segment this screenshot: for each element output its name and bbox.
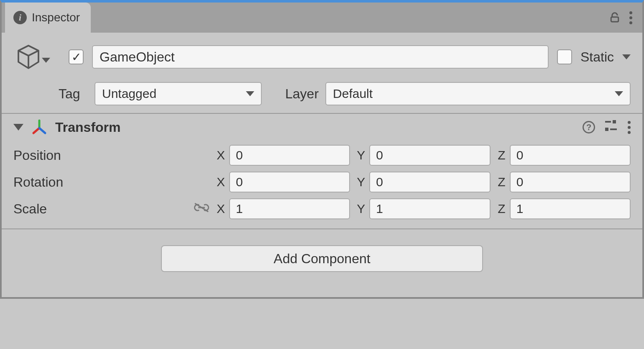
layer-label: Layer xyxy=(285,86,319,102)
lock-icon[interactable] xyxy=(608,11,621,24)
axis-x-label[interactable]: X xyxy=(214,202,225,216)
scale-label: Scale xyxy=(13,201,189,217)
layer-dropdown[interactable]: Default xyxy=(325,82,631,105)
foldout-arrow-icon[interactable] xyxy=(13,124,23,131)
icon-dropdown-arrow[interactable] xyxy=(42,63,50,76)
tag-value: Untagged xyxy=(102,87,156,101)
svg-rect-4 xyxy=(605,121,611,123)
rotation-row: Rotation X0 Y0 Z0 xyxy=(13,172,631,192)
preset-icon[interactable] xyxy=(605,120,618,135)
scale-y-input[interactable]: 1 xyxy=(369,198,490,219)
position-x-input[interactable]: 0 xyxy=(229,145,350,166)
scale-x-input[interactable]: 1 xyxy=(229,198,350,219)
axis-z-label[interactable]: Z xyxy=(495,148,506,162)
svg-line-3 xyxy=(39,128,45,133)
position-y-input[interactable]: 0 xyxy=(369,145,490,166)
panel-menu-icon[interactable] xyxy=(629,11,632,24)
tab-bar: i Inspector xyxy=(2,3,642,33)
axis-x-label[interactable]: X xyxy=(214,175,225,189)
transform-title: Transform xyxy=(55,120,120,135)
component-menu-icon[interactable] xyxy=(628,121,631,134)
axis-y-label[interactable]: Y xyxy=(354,148,365,162)
gameobject-name-input[interactable]: GameObject xyxy=(92,45,549,69)
svg-rect-5 xyxy=(613,120,616,123)
svg-rect-6 xyxy=(605,128,608,131)
rotation-label: Rotation xyxy=(13,174,189,190)
static-checkbox[interactable] xyxy=(557,49,572,64)
dropdown-arrow-icon xyxy=(246,91,254,96)
tab-title: Inspector xyxy=(32,11,80,24)
active-checkbox[interactable] xyxy=(69,49,84,64)
axis-x-label[interactable]: X xyxy=(214,148,225,162)
axis-y-label[interactable]: Y xyxy=(354,175,365,189)
help-icon[interactable]: ? xyxy=(583,121,595,133)
axis-y-label[interactable]: Y xyxy=(354,202,365,216)
add-component-area: Add Component xyxy=(2,229,642,297)
tag-label: Tag xyxy=(59,86,88,102)
axis-z-label[interactable]: Z xyxy=(495,202,506,216)
scale-z-input[interactable]: 1 xyxy=(510,198,631,219)
gameobject-header: GameObject Static Tag Untagged Layer Def… xyxy=(2,33,642,113)
position-label: Position xyxy=(13,148,189,163)
rotation-y-input[interactable]: 0 xyxy=(369,172,490,192)
svg-rect-0 xyxy=(611,17,618,22)
tag-dropdown[interactable]: Untagged xyxy=(95,82,262,105)
inspector-panel: i Inspector xyxy=(0,0,644,299)
scale-row: Scale X1 Y1 Z1 xyxy=(13,198,631,219)
add-component-button[interactable]: Add Component xyxy=(161,245,483,272)
axis-z-label[interactable]: Z xyxy=(495,175,506,189)
position-row: Position X0 Y0 Z0 xyxy=(13,145,631,166)
gameobject-icon[interactable] xyxy=(13,42,43,72)
static-dropdown-arrow[interactable] xyxy=(622,54,631,59)
layer-value: Default xyxy=(333,87,373,101)
svg-rect-7 xyxy=(610,128,617,130)
transform-icon xyxy=(31,119,48,136)
dropdown-arrow-icon xyxy=(615,91,623,96)
constrain-proportions-icon[interactable] xyxy=(193,202,210,216)
rotation-x-input[interactable]: 0 xyxy=(229,172,350,192)
inspector-tab[interactable]: i Inspector xyxy=(5,3,91,33)
static-label: Static xyxy=(580,49,614,65)
rotation-z-input[interactable]: 0 xyxy=(510,172,631,192)
transform-header[interactable]: Transform ? xyxy=(2,114,642,141)
position-z-input[interactable]: 0 xyxy=(510,145,631,166)
svg-line-2 xyxy=(33,128,39,133)
info-icon: i xyxy=(13,11,27,24)
transform-fields: Position X0 Y0 Z0 Rotation X0 Y0 Z0 Scal… xyxy=(2,141,642,228)
